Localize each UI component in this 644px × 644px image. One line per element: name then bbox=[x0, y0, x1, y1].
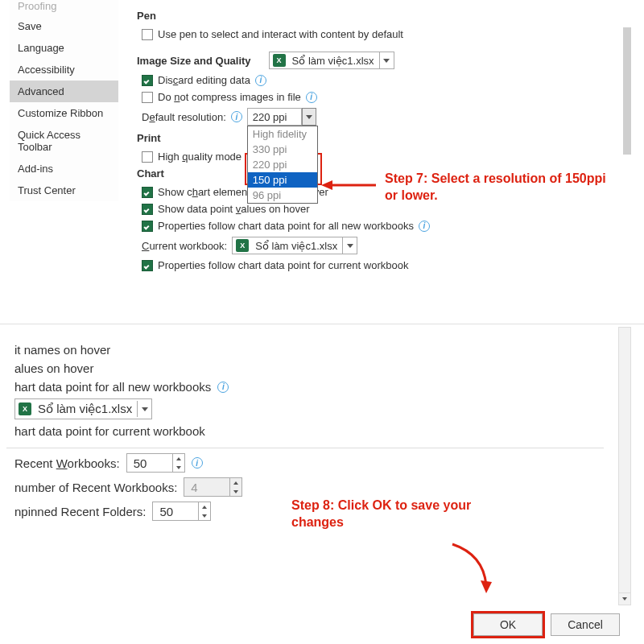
options-dialog-top: Proofing Save Language Accessibility Adv… bbox=[0, 0, 636, 322]
checkbox-props-current[interactable] bbox=[142, 260, 153, 271]
info-icon[interactable]: i bbox=[419, 221, 430, 232]
label-props-all: Properties follow chart data point for a… bbox=[158, 220, 414, 232]
sidebar-item-language[interactable]: Language bbox=[10, 37, 118, 59]
checkbox-props-all[interactable] bbox=[142, 221, 153, 232]
checkbox-chart-hover-names[interactable] bbox=[142, 187, 153, 198]
checkbox-high-quality[interactable] bbox=[142, 151, 153, 163]
fragment-text: hart data point for current workbook bbox=[14, 424, 604, 438]
label-high-quality: High quality mode bbox=[158, 151, 242, 163]
sidebar-item-save[interactable]: Save bbox=[10, 15, 118, 37]
resolution-option-high-fidelity[interactable]: High fidelity bbox=[248, 126, 317, 142]
excel-icon: X bbox=[234, 237, 250, 254]
annotation-arrow-icon bbox=[321, 177, 378, 193]
default-resolution-value: 220 ppi bbox=[247, 108, 302, 126]
excel-icon: X bbox=[271, 52, 287, 68]
fragment-text: hart data point for all new workbooks i bbox=[14, 380, 604, 394]
svg-marker-2 bbox=[481, 580, 492, 593]
divider bbox=[6, 448, 604, 448]
default-resolution-dropdown[interactable]: 220 ppi bbox=[247, 108, 316, 126]
section-pen: Pen bbox=[137, 10, 615, 22]
caret-up-icon[interactable] bbox=[199, 502, 210, 511]
chevron-down-icon bbox=[379, 52, 394, 68]
label-no-compress: Do not compress images in file bbox=[158, 91, 301, 103]
caret-down-icon[interactable] bbox=[173, 463, 184, 472]
current-workbook-value: Sổ làm việc1.xlsx bbox=[250, 240, 342, 252]
annotation-arrow-icon bbox=[444, 540, 493, 597]
info-icon[interactable]: i bbox=[192, 457, 203, 469]
info-icon[interactable]: i bbox=[231, 111, 242, 122]
resolution-option-96[interactable]: 96 ppi bbox=[248, 188, 317, 203]
sidebar-item-quick-access-toolbar[interactable]: Quick Access Toolbar bbox=[10, 124, 118, 158]
scrollbar-track[interactable] bbox=[618, 327, 631, 605]
label-recent-workbooks: Recent Workbooks: bbox=[14, 456, 120, 470]
resolution-option-150[interactable]: 150 ppi bbox=[248, 172, 317, 188]
cancel-button[interactable]: Cancel bbox=[551, 613, 620, 636]
svg-marker-1 bbox=[321, 180, 332, 190]
label-default-resolution: Default resolution: bbox=[142, 111, 226, 123]
chevron-down-icon[interactable] bbox=[302, 108, 316, 126]
chevron-down-icon bbox=[137, 401, 151, 417]
label-props-current: Properties follow chart data point for c… bbox=[158, 259, 408, 271]
options-sidebar: Proofing Save Language Accessibility Adv… bbox=[10, 0, 118, 201]
checkbox-use-pen[interactable] bbox=[142, 29, 153, 40]
resolution-popup: High fidelity 330 ppi 220 ppi 150 ppi 96… bbox=[247, 126, 318, 204]
sidebar-item-customize-ribbon[interactable]: Customize Ribbon bbox=[10, 102, 118, 124]
options-dialog-bottom: it names on hover alues on hover hart da… bbox=[0, 327, 636, 644]
label-use-pen: Use pen to select and interact with cont… bbox=[158, 28, 403, 40]
checkbox-no-compress[interactable] bbox=[142, 92, 153, 103]
label-unpinned-recent-folders: npinned Recent Folders: bbox=[14, 505, 146, 518]
divider bbox=[0, 324, 644, 324]
fragment-text: alues on hover bbox=[14, 361, 604, 375]
label-number-recent-workbooks: number of Recent Workbooks: bbox=[14, 481, 177, 494]
sidebar-item-trust-center[interactable]: Trust Center bbox=[10, 180, 118, 201]
sidebar-item-advanced[interactable]: Advanced bbox=[10, 80, 118, 102]
label-current-workbook: Current workbook: bbox=[142, 240, 227, 252]
checkbox-chart-hover-values[interactable] bbox=[142, 204, 153, 215]
sidebar-item-proofing[interactable]: Proofing bbox=[10, 0, 118, 15]
info-icon[interactable]: i bbox=[255, 75, 266, 86]
options-content: Pen Use pen to select and interact with … bbox=[130, 0, 621, 283]
workbook-dropdown-bottom[interactable]: X Sổ làm việc1.xlsx bbox=[14, 398, 152, 419]
info-icon[interactable]: i bbox=[217, 382, 229, 393]
caret-down-icon[interactable] bbox=[199, 511, 210, 520]
checkbox-discard-editing[interactable] bbox=[142, 75, 153, 86]
workbook-value-bottom: Sổ làm việc1.xlsx bbox=[33, 402, 137, 416]
spinner-number-recent-workbooks: 4 bbox=[184, 477, 242, 497]
current-workbook-dropdown[interactable]: X Sổ làm việc1.xlsx bbox=[232, 237, 357, 254]
resolution-option-220[interactable]: 220 ppi bbox=[248, 157, 317, 172]
info-icon[interactable]: i bbox=[306, 92, 317, 103]
chevron-down-icon bbox=[342, 237, 357, 254]
annotation-step7: Step 7: Select a resolution of 150ppi or… bbox=[385, 171, 610, 204]
label-discard-editing: Discard editing data bbox=[158, 74, 250, 86]
excel-icon: X bbox=[17, 401, 33, 417]
spinner-recent-workbooks[interactable]: 50 bbox=[126, 453, 185, 473]
ok-button[interactable]: OK bbox=[473, 613, 543, 636]
scrollbar[interactable] bbox=[623, 27, 631, 155]
label-chart-hover-values: Show data point values on hover bbox=[158, 203, 310, 215]
caret-up-icon[interactable] bbox=[173, 454, 184, 463]
image-quality-workbook-dropdown[interactable]: X Sổ làm việc1.xlsx bbox=[269, 52, 394, 69]
sidebar-item-addins[interactable]: Add-ins bbox=[10, 158, 118, 180]
resolution-option-330[interactable]: 330 ppi bbox=[248, 142, 317, 157]
scrollbar-down-button[interactable] bbox=[618, 592, 631, 605]
image-quality-workbook-value: Sổ làm việc1.xlsx bbox=[287, 55, 379, 67]
fragment-text: it names on hover bbox=[14, 343, 604, 357]
section-image-size: Image Size and Quality bbox=[137, 55, 251, 67]
spinner-unpinned-recent-folders[interactable]: 50 bbox=[152, 502, 211, 521]
sidebar-item-accessibility[interactable]: Accessibility bbox=[10, 59, 118, 80]
annotation-step8: Step 8: Click OK to save your changes bbox=[291, 497, 517, 531]
section-print: Print bbox=[137, 132, 615, 144]
